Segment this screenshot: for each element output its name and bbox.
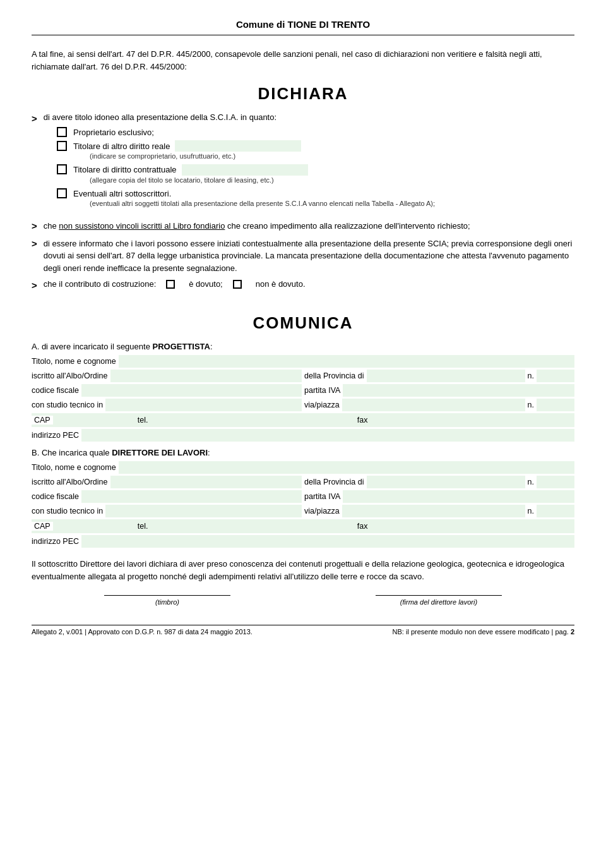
piva-label-a: partita IVA: [304, 386, 343, 395]
n2-label-b: n.: [528, 507, 537, 515]
dichiara-heading: DICHIARA: [32, 84, 574, 104]
informato-row: > di essere informato che i lavori posso…: [32, 238, 574, 275]
n-label-b: n.: [528, 478, 537, 486]
checkbox-contrattuale-sub: (allegare copia del titolo se locatario,…: [90, 176, 308, 184]
vincoli-text: che non sussistono vincoli iscritti al L…: [44, 220, 470, 232]
page-number: 2: [571, 628, 574, 636]
checkbox-proprietario-row: Proprietario esclusivo;: [57, 126, 574, 139]
tel-label-b: tel.: [135, 522, 151, 531]
fax-input-a[interactable]: [371, 414, 574, 426]
checkbox-eventuali-sub: (eventuali altri soggetti titolati alla …: [90, 200, 435, 207]
vincoli-row: > che non sussistono vincoli iscritti al…: [32, 220, 574, 232]
tel-label-a: tel.: [135, 416, 151, 425]
section-a-label: A. di avere incaricato il seguente: [32, 342, 153, 351]
cf-label-b: codice fiscale: [32, 492, 81, 501]
piva-input-b[interactable]: [343, 490, 574, 503]
iscritto-label-a: iscritto all'Albo/Ordine: [32, 371, 110, 380]
checkbox-diritto-reale-row: Titolare di altro diritto reale (indicar…: [57, 140, 574, 163]
checkbox-contrattuale-row: Titolare di diritto contrattuale (allega…: [57, 164, 574, 186]
section-a-title: A. di avere incaricato il seguente PROGE…: [32, 342, 574, 351]
titolo-input-b[interactable]: [119, 461, 574, 474]
checkbox-contrattuale-label: Titolare di diritto contrattuale: [73, 164, 177, 176]
section-a-bold: PROGETTISTA: [153, 342, 210, 351]
form-a-studio-row: con studio tecnico in via/piazza n.: [32, 399, 574, 411]
via-input-a[interactable]: [342, 399, 525, 411]
timbro-label: (timbro): [155, 598, 179, 606]
titolo-label-b: Titolo, nome e cognome: [32, 463, 116, 472]
pec-label-a: indirizzo PEC: [32, 431, 81, 440]
pec-input-a[interactable]: [81, 429, 574, 442]
provincia-label-a: della Provincia di: [304, 371, 367, 380]
n2-label-a: n.: [528, 401, 537, 409]
piva-label-b: partita IVA: [304, 492, 343, 501]
form-a-cap-row: CAP tel. fax: [32, 413, 574, 427]
fax-label-a: fax: [355, 416, 371, 425]
fax-input-b[interactable]: [371, 520, 574, 533]
form-b-studio-row: con studio tecnico in via/piazza n.: [32, 505, 574, 517]
checkbox-proprietario[interactable]: [57, 127, 67, 137]
checkbox-eventuali-label: Eventuali altri sottoscrittori.: [73, 189, 171, 198]
contributo-row: > che il contributo di costruzione: è do…: [32, 279, 574, 291]
firma-label: (firma del direttore lavori): [400, 598, 477, 606]
form-a-titolo-row: Titolo, nome e cognome: [32, 355, 574, 368]
tel-input-b[interactable]: [150, 520, 354, 533]
provincia-input-a[interactable]: [367, 370, 525, 382]
di-avere-text: di avere titolo idoneo alla presentazion…: [44, 112, 276, 122]
via-input-b[interactable]: [342, 505, 525, 517]
studio-label-a: con studio tecnico in: [32, 401, 105, 409]
section-b-colon: :: [208, 448, 210, 457]
n2-input-a[interactable]: [537, 399, 574, 411]
cap-input-a[interactable]: [53, 414, 135, 426]
iscritto-input-a[interactable]: [110, 370, 302, 382]
titolo-input-a[interactable]: [119, 355, 574, 368]
studio-input-a[interactable]: [105, 399, 302, 411]
timbro-block: (timbro): [104, 595, 230, 606]
checkbox-diritto-reale-sub: (indicare se comproprietario, usufruttua…: [90, 152, 301, 160]
section-b-label: B. Che incarica quale: [32, 448, 112, 457]
cap-label-a: CAP: [32, 416, 53, 425]
titolo-label-a: Titolo, nome e cognome: [32, 357, 116, 366]
form-b-iscritto-row: iscritto all'Albo/Ordine della Provincia…: [32, 476, 574, 488]
section-b-title: B. Che incarica quale DIRETTORE DEI LAVO…: [32, 448, 574, 457]
signature-row: (timbro) (firma del direttore lavori): [32, 595, 574, 606]
checkbox-section: Proprietario esclusivo; Titolare di altr…: [57, 126, 574, 210]
arrow-contributo-icon: >: [32, 280, 37, 291]
checkbox-non-dovuto[interactable]: [233, 280, 242, 289]
tel-input-a[interactable]: [150, 414, 354, 426]
piva-input-a[interactable]: [343, 384, 574, 397]
checkbox-proprietario-label: Proprietario esclusivo;: [73, 126, 154, 139]
section-a-colon: :: [210, 342, 213, 351]
checkbox-diritto-reale[interactable]: [57, 141, 67, 151]
checkbox-dovuto[interactable]: [166, 280, 175, 289]
section-b-bold: DIRETTORE DEI LAVORI: [112, 448, 208, 457]
n2-input-b[interactable]: [537, 505, 574, 517]
iscritto-label-b: iscritto all'Albo/Ordine: [32, 478, 110, 486]
pec-input-b[interactable]: [81, 535, 574, 548]
cap-label-b: CAP: [32, 522, 53, 531]
n-input-b[interactable]: [537, 476, 574, 488]
cf-input-b[interactable]: [81, 490, 302, 503]
iscritto-input-b[interactable]: [110, 476, 302, 488]
checkbox-contrattuale[interactable]: [57, 164, 67, 174]
bottom-right: NB: il presente modulo non deve essere m…: [393, 628, 574, 636]
checkbox-eventuali[interactable]: [57, 188, 67, 198]
bottom-footer: Allegato 2, v.001 | Approvato con D.G.P.…: [32, 625, 574, 636]
form-b-titolo-row: Titolo, nome e cognome: [32, 461, 574, 474]
studio-input-b[interactable]: [105, 505, 302, 517]
form-b-cap-row: CAP tel. fax: [32, 519, 574, 533]
via-label-b: via/piazza: [304, 507, 342, 515]
n-label-a: n.: [528, 371, 537, 380]
informato-text: di essere informato che i lavori possono…: [44, 238, 574, 275]
cf-label-a: codice fiscale: [32, 386, 81, 395]
page-header: Comune di TIONE DI TRENTO: [32, 19, 574, 35]
cap-input-b[interactable]: [53, 520, 135, 533]
n-input-a[interactable]: [537, 370, 574, 382]
arrow-informato-icon: >: [32, 238, 37, 249]
provincia-input-b[interactable]: [367, 476, 525, 488]
provincia-label-b: della Provincia di: [304, 478, 367, 486]
intro-paragraph: A tal fine, ai sensi dell'art. 47 del D.…: [32, 48, 574, 73]
di-avere-row: > di avere titolo idoneo alla presentazi…: [32, 112, 574, 124]
bottom-left: Allegato 2, v.001 | Approvato con D.G.P.…: [32, 628, 252, 636]
cf-input-a[interactable]: [81, 384, 302, 397]
form-b-cf-row: codice fiscale partita IVA: [32, 490, 574, 503]
